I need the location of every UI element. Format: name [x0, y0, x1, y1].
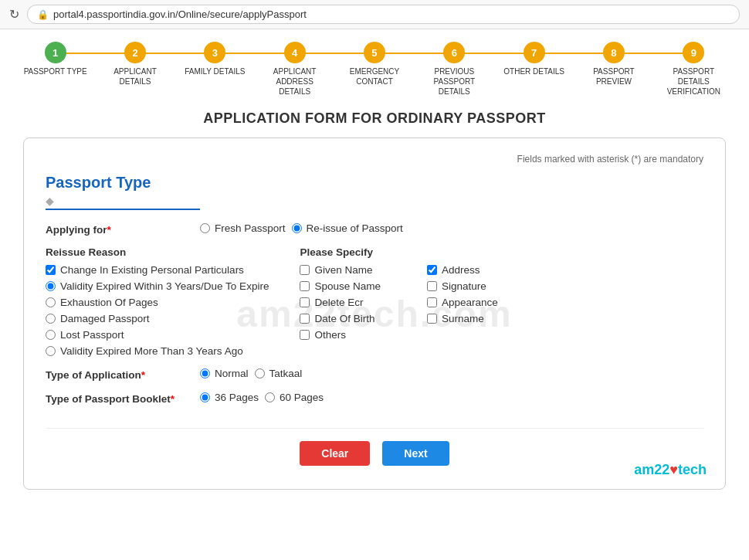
step-7: 7OTHER DETAILS [494, 42, 574, 76]
step-label-2: APPLICANT DETAILS [100, 66, 170, 87]
form-card: am22tech.com Fields marked with asterisk… [23, 137, 726, 490]
change-personal-checkbox[interactable] [46, 265, 56, 275]
signature-checkbox[interactable] [427, 281, 437, 291]
reissue-passport-option[interactable]: Re-issue of Passport [292, 222, 403, 234]
step-circle-1[interactable]: 1 [45, 42, 66, 63]
reissue-validity-more[interactable]: Validity Expired More Than 3 Years Ago [46, 345, 269, 357]
step-3: 3FAMILY DETAILS [175, 42, 255, 76]
step-label-9: PASSPORT DETAILS VERIFICATION [659, 66, 728, 97]
appearance-checkbox[interactable] [427, 297, 437, 307]
given-name-label: Given Name [314, 264, 372, 276]
specify-delete-ecr[interactable]: Delete Ecr [300, 297, 381, 308]
section-title: Passport Type [46, 174, 703, 192]
fresh-passport-option[interactable]: Fresh Passport [200, 222, 286, 234]
clear-button[interactable]: Clear [300, 441, 370, 466]
specify-appearance[interactable]: Appearance [427, 297, 498, 308]
specify-col1: Given Name Spouse Name Delete Ecr [300, 264, 381, 341]
refresh-icon[interactable]: ↻ [9, 7, 19, 22]
step-label-8: PASSPORT PREVIEW [579, 66, 649, 87]
specify-spouse-name[interactable]: Spouse Name [300, 280, 381, 292]
step-circle-3[interactable]: 3 [204, 42, 225, 63]
step-circle-8[interactable]: 8 [603, 42, 625, 63]
logo-text-after: tech [678, 462, 707, 477]
reissue-reason-title: Reissue Reason [46, 246, 269, 258]
change-personal-label: Change In Existing Personal Particulars [60, 264, 244, 276]
surname-checkbox[interactable] [427, 314, 437, 324]
step-circle-9[interactable]: 9 [683, 42, 704, 63]
please-specify-panel: Please Specify Given Name Spouse Name [300, 246, 703, 357]
step-circle-4[interactable]: 4 [284, 42, 306, 63]
specify-surname[interactable]: Surname [427, 313, 498, 324]
specify-signature[interactable]: Signature [427, 280, 498, 292]
date-of-birth-checkbox[interactable] [300, 314, 310, 324]
validity-3-radio[interactable] [46, 281, 56, 291]
fresh-passport-radio[interactable] [200, 223, 210, 233]
step-label-1: PASSPORT TYPE [24, 66, 87, 76]
reissue-lost[interactable]: Lost Passport [46, 329, 269, 341]
diamond-icon: ◆ [46, 195, 703, 207]
given-name-checkbox[interactable] [300, 265, 310, 275]
step-6: 6PREVIOUS PASSPORT DETAILS [415, 42, 494, 97]
required-asterisk: * [107, 224, 111, 236]
step-circle-2[interactable]: 2 [124, 42, 146, 63]
logo-text-before: am22 [634, 462, 669, 477]
step-9: 9PASSPORT DETAILS VERIFICATION [654, 42, 734, 97]
36pages-label: 36 Pages [215, 392, 259, 403]
address-checkbox[interactable] [427, 265, 437, 275]
reissue-section: Reissue Reason Change In Existing Person… [46, 246, 703, 357]
specify-others[interactable]: Others [300, 329, 381, 341]
browser-bar: ↻ 🔒 portal4.passportindia.gov.in/Online/… [0, 0, 749, 29]
type-of-application-label: Type of Application* [46, 368, 200, 381]
others-checkbox[interactable] [300, 330, 310, 340]
type-of-booklet-row: Type of Passport Booklet* 36 Pages 60 Pa… [46, 392, 703, 405]
36pages-option[interactable]: 36 Pages [200, 392, 259, 403]
reissue-passport-radio[interactable] [292, 223, 302, 233]
validity-more-label: Validity Expired More Than 3 Years Ago [60, 345, 243, 357]
36pages-radio[interactable] [200, 392, 210, 402]
spouse-name-label: Spouse Name [314, 280, 381, 292]
applying-for-label: Applying for* [46, 222, 200, 236]
specify-col2: Address Signature Appearance [427, 264, 498, 341]
validity-3-label: Validity Expired Within 3 Years/Due To E… [60, 280, 269, 292]
step-circle-6[interactable]: 6 [443, 42, 465, 63]
normal-label: Normal [215, 368, 249, 379]
specify-date-of-birth[interactable]: Date Of Birth [300, 313, 381, 324]
date-of-birth-label: Date Of Birth [314, 313, 374, 324]
next-button[interactable]: Next [382, 441, 449, 466]
60pages-radio[interactable] [265, 392, 275, 402]
step-circle-5[interactable]: 5 [364, 42, 385, 63]
button-row: Clear Next [46, 428, 703, 466]
normal-radio[interactable] [200, 368, 210, 378]
validity-more-radio[interactable] [46, 346, 56, 356]
applying-for-field: Fresh Passport Re-issue of Passport [200, 222, 703, 234]
normal-option[interactable]: Normal [200, 368, 249, 379]
lost-radio[interactable] [46, 330, 56, 340]
reissue-change-personal[interactable]: Change In Existing Personal Particulars [46, 264, 269, 276]
reissue-passport-label: Re-issue of Passport [307, 222, 403, 234]
delete-ecr-checkbox[interactable] [300, 297, 310, 307]
specify-columns: Given Name Spouse Name Delete Ecr [300, 264, 703, 341]
logo-heart: ♥ [669, 462, 678, 477]
delete-ecr-label: Delete Ecr [314, 297, 363, 308]
specify-given-name[interactable]: Given Name [300, 264, 381, 276]
60pages-option[interactable]: 60 Pages [265, 392, 324, 403]
step-label-7: OTHER DETAILS [503, 66, 564, 76]
tatkaal-option[interactable]: Tatkaal [255, 368, 303, 379]
spouse-name-checkbox[interactable] [300, 281, 310, 291]
applying-for-row: Applying for* Fresh Passport Re-issue of… [46, 222, 703, 236]
step-circle-7[interactable]: 7 [524, 42, 545, 63]
reissue-validity-3[interactable]: Validity Expired Within 3 Years/Due To E… [46, 280, 269, 292]
appearance-label: Appearance [442, 297, 498, 308]
tatkaal-radio[interactable] [255, 368, 265, 378]
damaged-radio[interactable] [46, 314, 56, 324]
specify-address[interactable]: Address [427, 264, 498, 276]
step-1: 1PASSPORT TYPE [15, 42, 95, 76]
address-bar[interactable]: 🔒 portal4.passportindia.gov.in/Online/se… [27, 5, 740, 24]
reissue-reason-list: Change In Existing Personal Particulars … [46, 264, 269, 357]
reissue-exhaustion[interactable]: Exhaustion Of Pages [46, 297, 269, 308]
step-label-5: EMERGENCY CONTACT [340, 66, 409, 87]
exhaustion-radio[interactable] [46, 297, 56, 307]
please-specify-title: Please Specify [300, 246, 703, 258]
type-of-booklet-label: Type of Passport Booklet* [46, 392, 200, 405]
reissue-damaged[interactable]: Damaged Passport [46, 313, 269, 324]
